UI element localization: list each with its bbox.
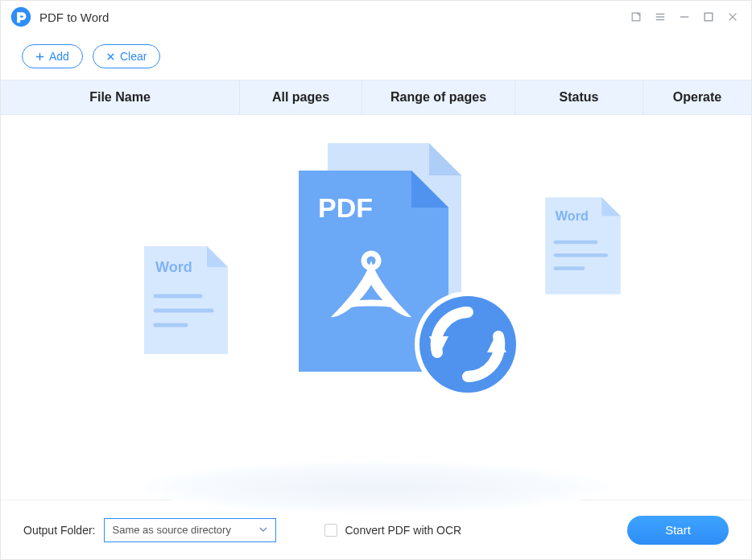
maximize-icon[interactable] xyxy=(700,8,717,26)
ocr-label: Convert PDF with OCR xyxy=(345,524,462,537)
plus-icon xyxy=(35,52,44,61)
close-icon[interactable] xyxy=(724,8,742,26)
table-header: File Name All pages Range of pages Statu… xyxy=(1,80,751,115)
app-title: PDF to Word xyxy=(39,10,109,24)
titlebar: PDF to Word xyxy=(1,1,751,33)
col-header-file-name: File Name xyxy=(1,80,240,114)
add-button-label: Add xyxy=(49,50,69,63)
svg-point-0 xyxy=(11,7,31,27)
chevron-down-icon xyxy=(259,524,267,536)
svg-marker-14 xyxy=(207,246,228,267)
x-icon xyxy=(106,52,115,61)
col-header-status: Status xyxy=(515,80,643,114)
output-folder-select[interactable]: Same as source directory xyxy=(104,518,276,542)
svg-marker-26 xyxy=(429,143,461,175)
output-folder-value: Same as source directory xyxy=(113,524,231,536)
shadow-ellipse xyxy=(142,461,609,513)
col-header-range-of-pages: Range of pages xyxy=(362,80,515,114)
menu-icon[interactable] xyxy=(651,8,669,26)
start-button[interactable]: Start xyxy=(627,516,729,545)
word-doc-right-icon: Word xyxy=(539,191,626,300)
clear-button[interactable]: Clear xyxy=(93,44,160,68)
output-folder-label: Output Folder: xyxy=(23,524,96,537)
toolbar: Add Clear xyxy=(1,33,751,80)
add-button[interactable]: Add xyxy=(22,44,83,68)
col-header-all-pages: All pages xyxy=(240,80,362,114)
empty-state[interactable]: Word Word PDF xyxy=(1,115,751,500)
ocr-checkbox[interactable]: Convert PDF with OCR xyxy=(324,524,462,537)
minimize-icon[interactable] xyxy=(676,8,693,26)
svg-text:Word: Word xyxy=(556,208,589,223)
sync-icon xyxy=(411,288,524,401)
checkbox-icon xyxy=(324,524,337,537)
app-logo-icon xyxy=(10,6,31,27)
svg-text:PDF: PDF xyxy=(318,192,373,223)
svg-text:Word: Word xyxy=(155,259,192,275)
edit-icon[interactable] xyxy=(627,8,645,26)
start-button-label: Start xyxy=(665,523,691,537)
col-header-operate: Operate xyxy=(643,80,751,114)
word-doc-left-icon: Word xyxy=(138,240,234,360)
clear-button-label: Clear xyxy=(120,50,147,63)
svg-marker-20 xyxy=(601,197,620,216)
svg-rect-6 xyxy=(704,13,713,21)
